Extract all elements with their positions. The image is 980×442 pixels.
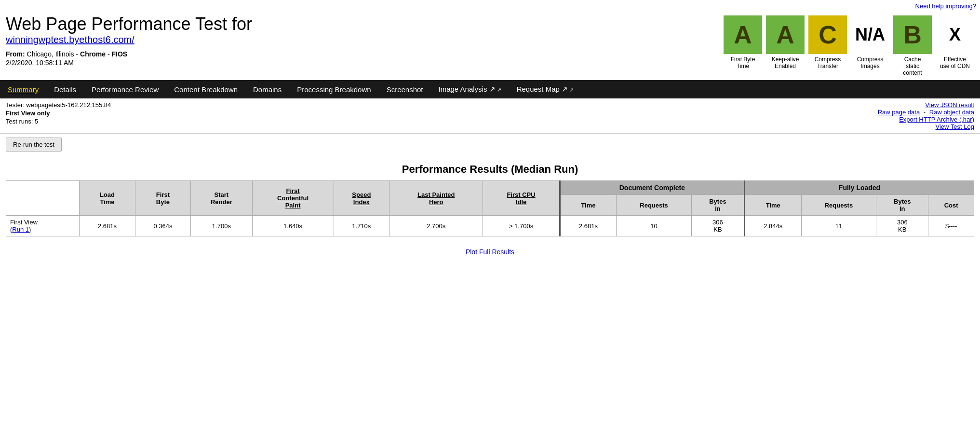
cell-fl-time: 2.844s [745, 216, 802, 236]
cell-start-render: 1.700s [191, 216, 252, 236]
title-area: Web Page Performance Test for winningwpt… [6, 14, 714, 67]
grade-label: Keep-aliveEnabled [772, 56, 799, 69]
cell-first-cpu: > 1.700s [483, 216, 560, 236]
cell-fl-requests: 11 [801, 216, 876, 236]
grade-box: A [724, 15, 762, 54]
nav-item-request-map[interactable]: Request Map ↗ [509, 80, 581, 98]
th-fl-bytes: BytesIn [876, 195, 928, 216]
th-doc-bytes: BytesIn [691, 195, 744, 216]
plot-link: Plot Full Results [0, 244, 980, 262]
th-fully-loaded: Fully Loaded [745, 181, 974, 195]
grade-label: CompressTransfer [815, 56, 841, 69]
th-start-render: StartRender [191, 181, 252, 216]
th-last-painted[interactable]: Last PaintedHero [389, 181, 483, 216]
grade-box: X [936, 15, 974, 54]
cell-speed-index: 1.710s [334, 216, 389, 236]
from-line: From: Chicago, Illinois - Chrome - FIOS [6, 50, 714, 58]
need-help-link: Need help improving? [0, 0, 980, 10]
nav-item-processing-breakdown[interactable]: Processing Breakdown [289, 81, 378, 98]
grade-item: N/ACompressImages [851, 15, 889, 69]
info-right: View JSON result Raw page data - Raw obj… [878, 101, 974, 130]
grade-item: CCompressTransfer [808, 15, 847, 69]
results-title: Performance Results (Median Run) [0, 155, 980, 180]
nav-bar: SummaryDetailsPerformance ReviewContent … [0, 80, 980, 98]
row-label: First View(Run 1) [6, 216, 80, 236]
cell-doc-requests: 10 [617, 216, 692, 236]
grade-label: CompressImages [857, 56, 884, 69]
nav-item-screenshot[interactable]: Screenshot [379, 81, 431, 98]
th-first-byte: FirstByte [135, 181, 191, 216]
top-section: Web Page Performance Test for winningwpt… [0, 10, 980, 80]
th-cost: Cost [928, 195, 974, 216]
grade-label: Cachestaticcontent [903, 56, 922, 76]
grade-label: Effectiveuse of CDN [940, 56, 970, 69]
th-fl-time: Time [745, 195, 802, 216]
grades-area: AFirst ByteTimeAKeep-aliveEnabledCCompre… [724, 14, 974, 76]
cell-doc-time: 2.681s [560, 216, 617, 236]
connection-value: FIOS [111, 50, 127, 58]
th-doc-time: Time [560, 195, 617, 216]
cell-first-byte: 0.364s [135, 216, 191, 236]
browser-value: Chrome [80, 50, 106, 58]
cell-last-painted: 2.700s [389, 216, 483, 236]
run-link[interactable]: Run 1 [12, 226, 29, 233]
results-table: LoadTime FirstByte StartRender FirstCont… [6, 180, 974, 236]
results-table-wrap: LoadTime FirstByte StartRender FirstCont… [0, 180, 980, 244]
page-title: Web Page Performance Test for [6, 14, 714, 34]
grade-item: AFirst ByteTime [724, 15, 762, 69]
view-json-link[interactable]: View JSON result [925, 101, 974, 109]
info-bar: Tester: webpagetest5-162.212.155.84 Firs… [0, 98, 980, 134]
raw-object-link[interactable]: Raw object data [929, 109, 974, 116]
grade-label: First ByteTime [731, 56, 755, 69]
grade-item: AKeep-aliveEnabled [766, 15, 805, 69]
grade-box: N/A [851, 15, 889, 54]
date-line: 2/2/2020, 10:58:11 AM [6, 59, 714, 67]
view-test-log-link[interactable]: View Test Log [936, 123, 974, 130]
grade-box: C [808, 15, 847, 54]
tester-line: Tester: webpagetest5-162.212.155.84 [6, 101, 111, 109]
from-label: From: [6, 50, 25, 58]
nav-item-content-breakdown[interactable]: Content Breakdown [166, 81, 245, 98]
th-doc-requests: Requests [617, 195, 692, 216]
cell-fl-bytes: 306KB [876, 216, 928, 236]
export-http-link[interactable]: Export HTTP Archive (.har) [899, 116, 974, 123]
plot-full-results-link[interactable]: Plot Full Results [466, 248, 514, 256]
raw-page-link[interactable]: Raw page data [878, 109, 920, 116]
rerun-button[interactable]: Re-run the test [6, 138, 62, 152]
nav-item-image-analysis[interactable]: Image Analysis ↗ [431, 80, 509, 98]
first-view-line: First View only [6, 110, 111, 117]
nav-item-summary[interactable]: Summary [0, 81, 46, 98]
cell-load-time: 2.681s [80, 216, 135, 236]
page-url[interactable]: winningwptest.byethost6.com/ [6, 34, 714, 45]
th-speed-index[interactable]: SpeedIndex [334, 181, 389, 216]
cell-doc-bytes: 306KB [691, 216, 744, 236]
grade-item: XEffectiveuse of CDN [936, 15, 974, 69]
table-row: First View(Run 1)2.681s0.364s1.700s1.640… [6, 216, 974, 236]
grade-box: B [893, 15, 932, 54]
from-city: Chicago, Illinois [27, 50, 74, 58]
need-help-anchor[interactable]: Need help improving? [915, 2, 976, 10]
grade-box: A [766, 15, 805, 54]
th-fl-requests: Requests [801, 195, 876, 216]
th-load-time: LoadTime [80, 181, 135, 216]
nav-item-performance-review[interactable]: Performance Review [84, 81, 166, 98]
th-doc-complete: Document Complete [560, 181, 744, 195]
info-left: Tester: webpagetest5-162.212.155.84 Firs… [6, 101, 111, 130]
grade-item: BCachestaticcontent [893, 15, 932, 76]
cell-cost: $---- [928, 216, 974, 236]
sep1: - [924, 109, 926, 116]
th-fcp[interactable]: FirstContentfulPaint [252, 181, 334, 216]
nav-item-domains[interactable]: Domains [245, 81, 289, 98]
from-separator: - [76, 50, 81, 58]
nav-item-details[interactable]: Details [46, 81, 84, 98]
cell-fcp: 1.640s [252, 216, 334, 236]
test-runs-line: Test runs: 5 [6, 118, 111, 125]
page-url-link[interactable]: winningwptest.byethost6.com/ [6, 34, 134, 45]
th-first-cpu[interactable]: First CPUIdle [483, 181, 560, 216]
